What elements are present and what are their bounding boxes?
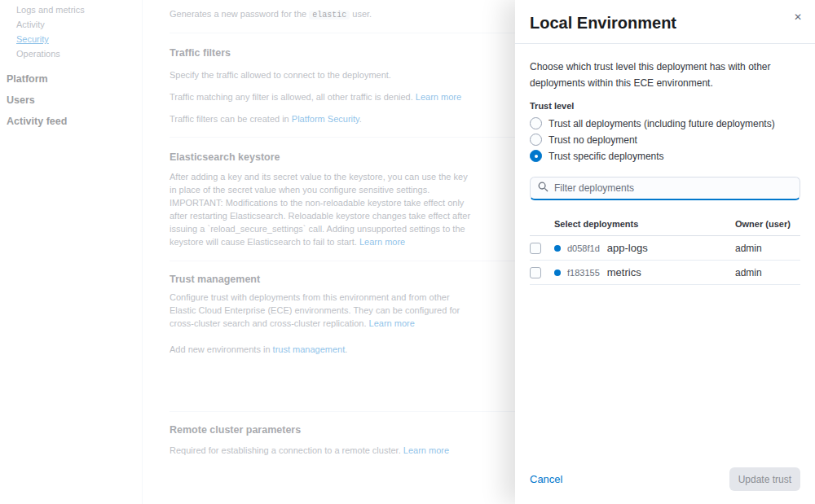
radio-icon-selected[interactable] — [530, 150, 542, 162]
column-owner-user: Owner (user) — [735, 219, 800, 229]
radio-label: Trust specific deployments — [548, 151, 664, 162]
radio-label: Trust all deployments (including future … — [548, 118, 775, 129]
cancel-button[interactable]: Cancel — [530, 473, 562, 485]
search-input[interactable] — [554, 182, 792, 194]
deployment-id: f183155 — [567, 268, 600, 278]
radio-icon[interactable] — [530, 134, 542, 146]
update-trust-button[interactable]: Update trust — [729, 467, 800, 491]
radio-trust-no-deployment[interactable]: Trust no deployment — [530, 134, 800, 146]
row-checkbox[interactable] — [530, 243, 541, 254]
health-dot-icon — [554, 245, 561, 252]
deployment-name: app-logs — [607, 242, 735, 254]
radio-trust-all-deployments[interactable]: Trust all deployments (including future … — [530, 117, 800, 129]
deployments-table: Select deployments Owner (user) d058f1d … — [530, 213, 800, 285]
flyout-body: Choose which trust level this deployment… — [515, 44, 815, 458]
deployment-owner: admin — [735, 243, 800, 254]
table-row-metrics: f183155 metrics admin — [530, 261, 800, 285]
radio-trust-specific-deployments[interactable]: Trust specific deployments — [530, 150, 800, 162]
local-environment-flyout: Local Environment ✕ Choose which trust l… — [515, 0, 815, 504]
deployment-owner: admin — [735, 267, 800, 278]
close-icon[interactable]: ✕ — [789, 8, 807, 26]
search-icon — [538, 181, 548, 195]
table-row-app-logs: d058f1d app-logs admin — [530, 236, 800, 261]
trust-level-label: Trust level — [530, 101, 800, 111]
flyout-header: Local Environment ✕ — [515, 0, 815, 44]
filter-deployments-search — [530, 177, 800, 200]
health-dot-icon — [554, 270, 561, 276]
row-checkbox[interactable] — [530, 267, 541, 278]
radio-icon[interactable] — [530, 117, 542, 129]
flyout-title: Local Environment — [530, 14, 800, 33]
flyout-description: Choose which trust level this deployment… — [530, 59, 800, 91]
radio-label: Trust no deployment — [548, 134, 637, 146]
column-select-deployments: Select deployments — [554, 219, 735, 229]
deployment-name: metrics — [607, 266, 735, 278]
deployments-table-header: Select deployments Owner (user) — [530, 213, 800, 236]
deployment-id: d058f1d — [567, 243, 600, 253]
flyout-footer: Cancel Update trust — [515, 458, 815, 504]
